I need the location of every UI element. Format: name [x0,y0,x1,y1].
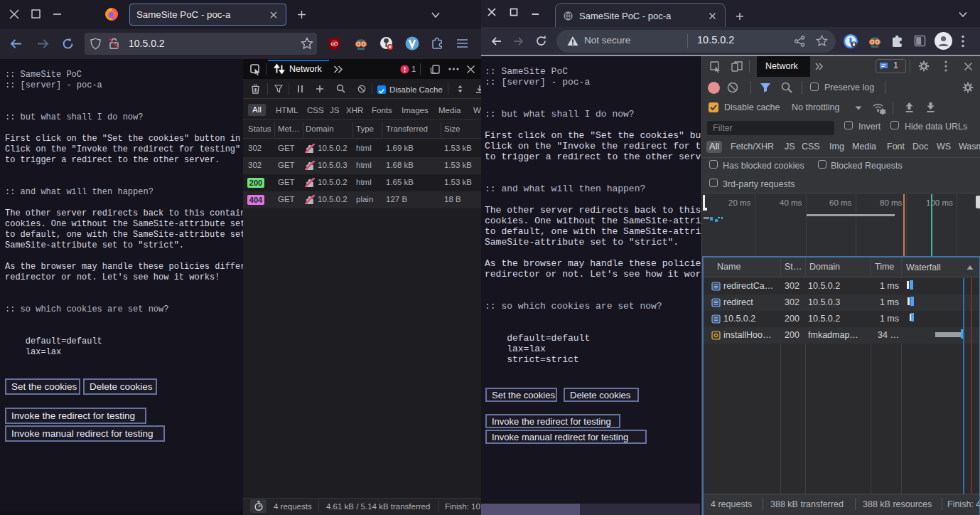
svg-text:uO: uO [330,41,338,47]
